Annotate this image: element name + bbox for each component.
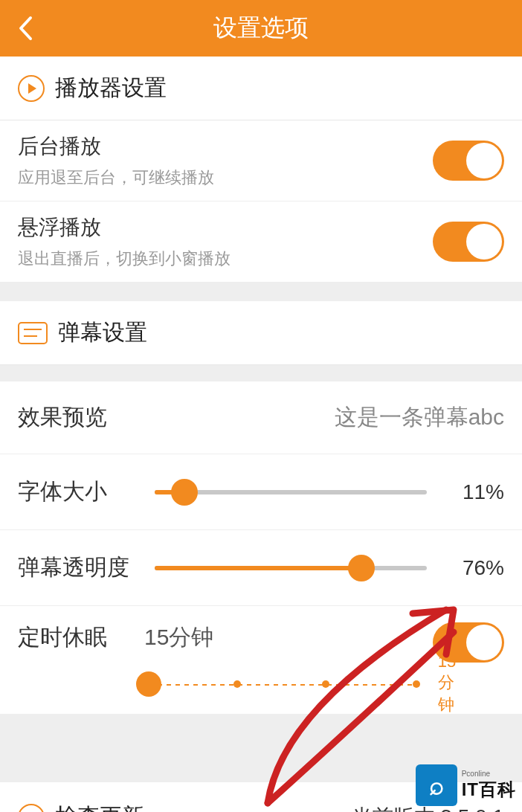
float-play-toggle[interactable] (433, 222, 504, 262)
danmu-preview-value: 这是一条弹幕abc (335, 402, 504, 433)
font-size-label: 字体大小 (18, 477, 144, 507)
background-play-toggle[interactable] (433, 141, 504, 181)
page-title: 设置选项 (0, 12, 522, 45)
sleep-step-slider[interactable]: 15分钟 (149, 669, 416, 699)
danmu-section-header: 弹幕设置 (0, 301, 522, 365)
play-icon (18, 75, 45, 102)
float-play-title: 悬浮播放 (18, 213, 504, 242)
danmu-preview-label: 效果预览 (18, 402, 107, 433)
section-gap (0, 365, 522, 381)
sleep-label: 定时休眠 (18, 622, 144, 653)
sleep-value: 15分钟 (144, 622, 213, 653)
section-gap (0, 282, 522, 301)
watermark-logo-icon: ⌕ (416, 764, 457, 806)
watermark-big: IT百科 (462, 778, 516, 802)
arrow-up-icon: ↑ (18, 804, 45, 813)
background-play-sub: 应用退至后台，可继续播放 (18, 167, 504, 189)
background-play-row: 后台播放 应用退至后台，可继续播放 (0, 120, 522, 202)
font-size-slider[interactable] (155, 490, 427, 494)
opacity-row: 弹幕透明度 76% (0, 530, 522, 606)
sleep-end-label: 15分钟 (438, 652, 456, 716)
opacity-slider[interactable] (155, 566, 427, 570)
danmu-icon (18, 322, 48, 344)
check-update-label: 检查更新 (55, 802, 144, 812)
watermark: ⌕ Pconline IT百科 (416, 764, 516, 806)
opacity-value: 76% (445, 556, 504, 580)
back-button[interactable] (13, 16, 37, 40)
watermark-small: Pconline (462, 770, 516, 778)
font-size-row: 字体大小 11% (0, 454, 522, 530)
font-size-value: 11% (445, 480, 504, 504)
danmu-preview-row[interactable]: 效果预览 这是一条弹幕abc (0, 381, 522, 454)
player-section-title: 播放器设置 (55, 73, 167, 103)
opacity-label: 弹幕透明度 (18, 552, 144, 583)
float-play-row: 悬浮播放 退出直播后，切换到小窗播放 (0, 202, 522, 282)
float-play-sub: 退出直播后，切换到小窗播放 (18, 248, 504, 270)
app-header: 设置选项 (0, 0, 522, 57)
danmu-section-title: 弹幕设置 (58, 318, 147, 348)
chevron-left-icon (17, 16, 33, 41)
player-section-header: 播放器设置 (0, 57, 522, 120)
sleep-timer-row: 定时休眠 15分钟 15分钟 (0, 606, 522, 715)
background-play-title: 后台播放 (18, 132, 504, 161)
